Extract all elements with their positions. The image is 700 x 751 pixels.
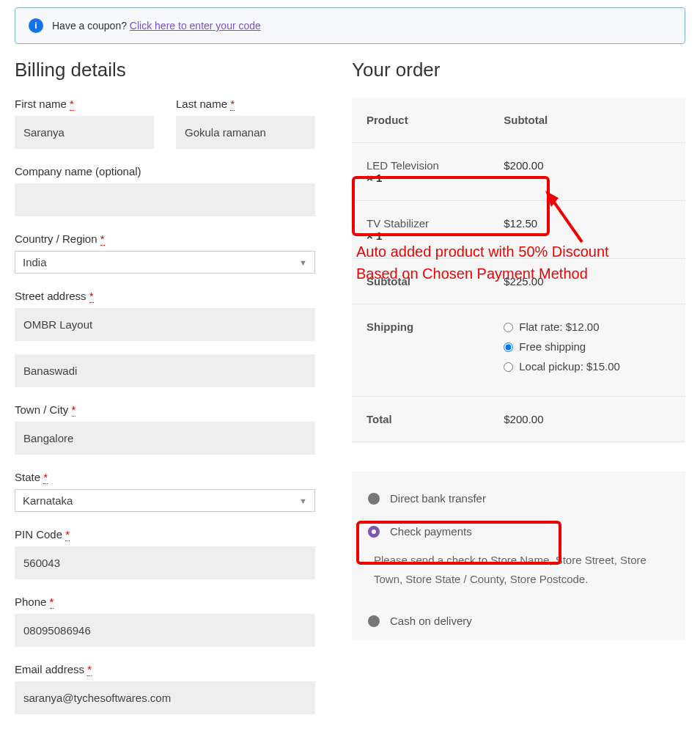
email-input[interactable]	[15, 681, 315, 714]
ship-pickup-radio[interactable]	[504, 362, 513, 372]
pay-check[interactable]: Check payments	[352, 515, 685, 548]
email-label: Email address *	[15, 663, 315, 675]
state-label: State *	[15, 471, 315, 483]
order-table: Product Subtotal LED Television× 1 $200.…	[352, 98, 685, 442]
pay-bank-transfer[interactable]: Direct bank transfer	[352, 482, 685, 515]
radio-unselected-icon	[368, 615, 380, 627]
shipping-row: Shipping Flat rate: $12.00 Free shipping…	[352, 304, 685, 397]
last-name-label: Last name *	[176, 98, 315, 110]
subtotal-row: Subtotal $225.00	[352, 259, 685, 304]
ship-flat-radio[interactable]	[504, 323, 513, 332]
order-item-row: LED Television× 1 $200.00	[352, 143, 685, 201]
payment-box: Direct bank transfer Check payments Plea…	[352, 472, 685, 640]
total-row: Total $200.00	[352, 397, 685, 442]
company-label: Company name (optional)	[15, 165, 315, 177]
radio-unselected-icon	[368, 493, 380, 505]
billing-heading: Billing details	[15, 59, 315, 81]
ship-free-radio[interactable]	[504, 342, 513, 352]
pin-input[interactable]	[15, 546, 315, 579]
chevron-down-icon: ▼	[299, 258, 307, 267]
coupon-notice: i Have a coupon? Click here to enter you…	[15, 7, 685, 44]
state-select[interactable]: Karnataka ▼	[15, 489, 315, 512]
phone-input[interactable]	[15, 614, 315, 647]
order-item-row: TV Stabilizer× 1 $12.50	[352, 201, 685, 259]
city-input[interactable]	[15, 422, 315, 455]
phone-label: Phone *	[15, 596, 315, 608]
first-name-input[interactable]	[15, 116, 154, 149]
col-subtotal: Subtotal	[489, 98, 685, 143]
street-label: Street address *	[15, 290, 315, 302]
info-icon: i	[29, 18, 43, 33]
company-input[interactable]	[15, 183, 315, 216]
street1-input[interactable]	[15, 308, 315, 341]
radio-selected-icon	[368, 526, 380, 538]
street2-input[interactable]	[15, 354, 315, 387]
coupon-link[interactable]: Click here to enter your code	[130, 20, 261, 32]
first-name-label: First name *	[15, 98, 154, 110]
country-select[interactable]: India ▼	[15, 251, 315, 274]
pin-label: PIN Code *	[15, 528, 315, 541]
col-product: Product	[352, 98, 489, 143]
country-label: Country / Region *	[15, 232, 315, 245]
chevron-down-icon: ▼	[299, 497, 307, 505]
order-heading: Your order	[352, 59, 685, 81]
pay-check-desc: Please send a check to Store Name, Store…	[352, 548, 685, 604]
last-name-input[interactable]	[176, 116, 315, 149]
coupon-text: Have a coupon? Click here to enter your …	[52, 20, 261, 32]
pay-cod[interactable]: Cash on delivery	[352, 604, 685, 637]
city-label: Town / City *	[15, 403, 315, 416]
